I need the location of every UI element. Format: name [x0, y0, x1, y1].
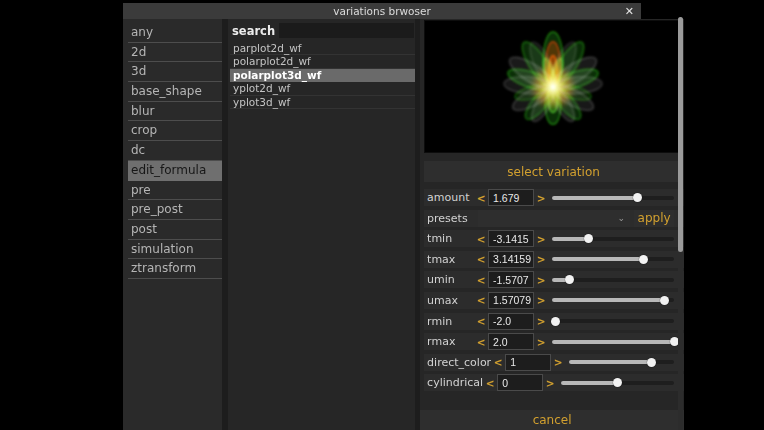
slider-thumb[interactable]: [647, 358, 656, 367]
param-label: amount: [427, 191, 476, 204]
slider-thumb[interactable]: [633, 193, 642, 202]
detail-panel: select variation amount < > presets ⌄ ap…: [420, 19, 684, 430]
select-variation-button[interactable]: select variation: [424, 161, 683, 182]
decrement-button[interactable]: <: [476, 233, 486, 245]
increment-button[interactable]: >: [536, 233, 546, 245]
param-label: direct_color: [427, 356, 493, 369]
increment-button[interactable]: >: [536, 336, 546, 348]
param-row: umin < >: [424, 271, 684, 288]
param-slider[interactable]: [569, 354, 674, 371]
category-item[interactable]: post: [128, 220, 222, 240]
category-item[interactable]: pre_post: [128, 200, 222, 220]
search-label: search: [230, 24, 279, 38]
decrement-button[interactable]: <: [476, 192, 486, 204]
scrollbar-thumb[interactable]: [678, 17, 683, 252]
variation-list: parplot2d_wfpolarplot2d_wfpolarplot3d_wf…: [230, 42, 415, 109]
param-value-input[interactable]: [488, 251, 534, 268]
category-item[interactable]: base_shape: [128, 82, 222, 102]
slider-fill: [561, 381, 617, 385]
window-title: variations brwoser: [333, 5, 430, 17]
param-row: umax < >: [424, 292, 684, 309]
close-icon: ✕: [625, 5, 634, 18]
slider-thumb[interactable]: [551, 317, 560, 326]
decrement-button[interactable]: <: [493, 356, 503, 368]
param-list: amount < > presets ⌄ apply tmin < > tmax…: [424, 189, 684, 395]
increment-button[interactable]: >: [536, 315, 546, 327]
param-label: presets: [427, 212, 476, 225]
param-value-input[interactable]: [497, 374, 543, 391]
param-value-input[interactable]: [488, 292, 534, 309]
param-row: cylindrical < >: [424, 374, 684, 391]
increment-button[interactable]: >: [545, 377, 555, 389]
presets-dropdown[interactable]: ⌄: [478, 210, 630, 227]
decrement-button[interactable]: <: [476, 315, 486, 327]
param-label: umin: [427, 273, 476, 286]
increment-button[interactable]: >: [553, 356, 563, 368]
title-bar[interactable]: variations brwoser ✕: [123, 3, 641, 19]
category-item[interactable]: crop: [128, 121, 222, 141]
variation-item[interactable]: parplot2d_wf: [230, 42, 415, 55]
param-slider[interactable]: [552, 189, 674, 206]
slider-thumb[interactable]: [565, 275, 574, 284]
cancel-button[interactable]: cancel: [420, 410, 684, 430]
category-item[interactable]: 2d: [128, 43, 222, 63]
apply-button[interactable]: apply: [634, 210, 674, 227]
variation-preview: [424, 20, 683, 153]
param-row: tmin < >: [424, 230, 684, 247]
param-slider[interactable]: [552, 292, 674, 309]
slider-fill: [552, 196, 637, 200]
increment-button[interactable]: >: [536, 274, 546, 286]
param-slider[interactable]: [561, 374, 674, 391]
decrement-button[interactable]: <: [485, 377, 495, 389]
category-item[interactable]: dc: [128, 141, 222, 161]
category-list: any2d3dbase_shapeblurcropdcedit_formulap…: [123, 19, 222, 430]
param-slider[interactable]: [552, 333, 674, 350]
param-value-input[interactable]: [488, 313, 534, 330]
slider-fill: [552, 257, 644, 261]
slider-track: [552, 319, 674, 323]
param-value-input[interactable]: [488, 271, 534, 288]
param-label: umax: [427, 294, 476, 307]
param-slider[interactable]: [552, 313, 674, 330]
close-button[interactable]: ✕: [625, 3, 634, 19]
category-item[interactable]: edit_formula: [128, 161, 222, 181]
slider-thumb[interactable]: [584, 234, 593, 243]
increment-button[interactable]: >: [536, 192, 546, 204]
param-value-input[interactable]: [488, 333, 534, 350]
increment-button[interactable]: >: [536, 253, 546, 265]
increment-button[interactable]: >: [536, 294, 546, 306]
param-slider[interactable]: [552, 230, 674, 247]
variation-item[interactable]: polarplot2d_wf: [230, 55, 415, 68]
decrement-button[interactable]: <: [476, 294, 486, 306]
variation-item[interactable]: yplot3d_wf: [230, 96, 415, 109]
category-item[interactable]: pre: [128, 181, 222, 201]
param-value-input[interactable]: [488, 230, 534, 247]
category-item[interactable]: any: [128, 23, 222, 43]
slider-thumb[interactable]: [613, 378, 622, 387]
param-value-input[interactable]: [505, 354, 551, 371]
variation-item[interactable]: polarplot3d_wf: [230, 69, 415, 82]
decrement-button[interactable]: <: [476, 253, 486, 265]
variation-item[interactable]: yplot2d_wf: [230, 82, 415, 95]
search-row: search: [230, 22, 415, 39]
category-item[interactable]: blur: [128, 102, 222, 122]
category-item[interactable]: ztransform: [128, 259, 222, 279]
param-value-input[interactable]: [488, 189, 534, 206]
decrement-button[interactable]: <: [476, 274, 486, 286]
params-scrollbar[interactable]: [678, 17, 683, 430]
slider-fill: [552, 298, 664, 302]
param-slider[interactable]: [552, 251, 674, 268]
flower-center-glow: [533, 67, 572, 106]
variations-browser-dialog: variations brwoser ✕ any2d3dbase_shapebl…: [123, 3, 641, 430]
category-item[interactable]: simulation: [128, 240, 222, 260]
slider-thumb[interactable]: [660, 296, 669, 305]
category-item[interactable]: 3d: [128, 62, 222, 82]
decrement-button[interactable]: <: [476, 336, 486, 348]
slider-fill: [569, 360, 651, 364]
param-row: tmax < >: [424, 251, 684, 268]
slider-thumb[interactable]: [639, 255, 648, 264]
param-row: rmax < >: [424, 333, 684, 350]
search-input[interactable]: [279, 23, 414, 38]
param-slider[interactable]: [552, 271, 674, 288]
param-label: cylindrical: [427, 376, 485, 389]
